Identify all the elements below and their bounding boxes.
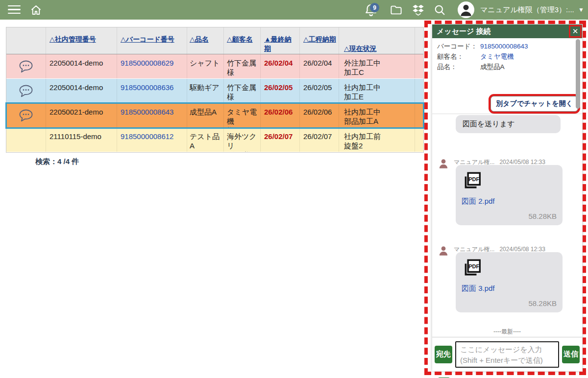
menu-icon[interactable] — [8, 5, 21, 14]
file-message-bubble: PDF 図面 2.pdf 58.28KB — [456, 165, 563, 225]
home-icon[interactable] — [29, 3, 43, 17]
barcode-link[interactable]: 9185000008629 — [121, 59, 173, 67]
empty-chat-cell — [6, 128, 46, 152]
sort-control-no[interactable]: △社内管理番号 — [49, 35, 96, 43]
status-cell: 外注加工中 加工C — [339, 54, 415, 78]
message-scroll-area[interactable]: 図面を送ります マニュアル権... 2024/05/08 12:33 PDF 図… — [432, 114, 582, 337]
work-items-table: △社内管理番号 △バーコード番号 △品名 △顧客名 ▲最終納期 △工程納期 △現… — [6, 27, 424, 153]
sort-customer[interactable]: △顧客名 — [227, 35, 253, 43]
sender-avatar-icon — [437, 157, 450, 170]
item-name-cell: シャフト — [187, 54, 223, 78]
barcode-link[interactable]: 9185000008643 — [121, 108, 173, 116]
chat-bubble-icon[interactable] — [18, 108, 34, 123]
final-due-cell: 26/02/04 — [260, 54, 299, 78]
svg-text:PDF: PDF — [468, 176, 479, 182]
pdf-file-icon: PDF — [462, 171, 482, 191]
notification-count-badge: 9 — [369, 2, 380, 13]
close-icon[interactable]: ✕ — [569, 25, 582, 38]
search-icon[interactable] — [433, 3, 446, 17]
customer-cell: 海外ツクリ ダス 様 — [223, 128, 260, 152]
chevron-down-icon[interactable]: ▼ — [578, 6, 584, 13]
sort-final-due[interactable]: ▲最終納期 — [264, 35, 292, 52]
extra-cell — [415, 128, 424, 152]
chat-column-header — [6, 27, 46, 54]
sender-name: マニュアル権... — [454, 246, 494, 253]
file-download-link[interactable]: 図面 2.pdf — [462, 197, 557, 206]
sender-name: マニュアル権... — [454, 159, 494, 165]
extra-cell — [415, 54, 424, 78]
svg-text:PDF: PDF — [468, 263, 479, 269]
open-chat-new-tab-button[interactable]: 別タブでチャットを開く — [490, 96, 578, 112]
message-panel-title: メッセージ 接続 — [437, 27, 491, 35]
extra-column-header — [415, 27, 424, 54]
item-name-cell: テスト品A — [187, 128, 223, 152]
customer-value: タミヤ電機 — [480, 51, 514, 62]
control-no-cell: 22050014-demo — [46, 54, 117, 78]
item-name-cell: 駆動ギア — [187, 79, 223, 103]
final-due-cell: 26/02/06 — [260, 103, 299, 127]
customer-cell: 竹下金属 様 — [223, 79, 260, 103]
file-size: 58.28KB — [528, 299, 557, 307]
user-avatar[interactable] — [458, 1, 474, 18]
final-due-cell: 26/02/07 — [260, 128, 299, 152]
search-result-count: 検索：4 /4 件 — [35, 157, 79, 166]
file-download-link[interactable]: 図面 3.pdf — [462, 284, 557, 293]
app-window: 9 マニュアル権限（管理3）:... ▼ △社内管理番号 △バーコード番号 △品… — [0, 0, 588, 378]
process-due-cell: 26/02/05 — [299, 79, 339, 103]
file-message-bubble: PDF 図面 3.pdf 58.28KB — [456, 252, 563, 312]
send-button[interactable]: 送信 — [562, 346, 580, 363]
user-role-label[interactable]: マニュアル権限（管理3）:... — [480, 5, 574, 15]
status-cell: 社内加工前 旋盤2 — [339, 128, 415, 152]
top-navbar: 9 マニュアル権限（管理3）:... ▼ — [0, 0, 588, 20]
item-info-block: バーコード： 9185000008643 顧客名： タミヤ電機 品名： 成型品A — [432, 40, 582, 73]
control-no-cell: 21110115-demo — [46, 128, 117, 152]
status-cell: 社内加工中 加工E — [339, 79, 415, 103]
barcode-value: 9185000008643 — [480, 41, 528, 51]
extra-cell — [415, 79, 424, 103]
sort-barcode[interactable]: △バーコード番号 — [121, 35, 174, 43]
latest-divider: ----最新---- — [432, 328, 582, 336]
barcode-link[interactable]: 9185000008636 — [121, 83, 173, 92]
item-value: 成型品A — [480, 62, 505, 72]
process-due-cell: 26/02/06 — [299, 103, 339, 127]
sort-item-name[interactable]: △品名 — [190, 35, 209, 43]
folder-icon[interactable] — [390, 3, 403, 17]
chat-message-text: 図面を送ります — [456, 115, 561, 133]
message-panel-header: メッセージ 接続 ✕ — [432, 24, 582, 38]
final-due-cell: 26/02/05 — [260, 79, 299, 103]
message-input[interactable] — [455, 341, 559, 368]
sender-avatar-icon — [437, 244, 450, 257]
process-due-cell: 26/02/07 — [299, 128, 339, 152]
control-no-cell: 22050014-demo — [46, 79, 117, 103]
message-compose-row: 宛先 送信 — [432, 337, 582, 371]
sort-current-status[interactable]: △現在状況 — [344, 45, 377, 52]
status-cell: 社内加工中 部品加工A — [339, 103, 415, 127]
barcode-label: バーコード： — [437, 41, 480, 51]
table-row[interactable]: 22050014-demo 9185000008636 駆動ギア 竹下金属 様 … — [6, 79, 423, 103]
customer-cell: タミヤ電機 様 — [223, 103, 260, 127]
table-row-selected[interactable]: 22050021-demo 9185000008643 成型品A タミヤ電機 様… — [6, 103, 423, 128]
recipient-button[interactable]: 宛先 — [435, 346, 452, 363]
table-row[interactable]: 21110115-demo 9185000008612 テスト品A 海外ツクリ … — [6, 128, 423, 152]
table-header-row: △社内管理番号 △バーコード番号 △品名 △顧客名 ▲最終納期 △工程納期 △現… — [6, 27, 423, 54]
process-due-cell: 26/02/04 — [299, 54, 339, 78]
item-label: 品名： — [437, 62, 480, 72]
file-size: 58.28KB — [528, 212, 557, 220]
chat-bubble-icon[interactable] — [18, 59, 34, 74]
table-row[interactable]: 22050014-demo 9185000008629 シャフト 竹下金属 様 … — [6, 54, 423, 79]
control-no-cell: 22050021-demo — [46, 103, 117, 127]
customer-label: 顧客名： — [437, 51, 480, 62]
sort-process-due[interactable]: △工程納期 — [303, 35, 336, 43]
extra-cell — [415, 103, 424, 127]
customer-cell: 竹下金属 様 — [223, 54, 260, 78]
message-timestamp: 2024/05/08 12:33 — [499, 246, 545, 253]
barcode-link[interactable]: 9185000008612 — [121, 132, 173, 141]
message-panel: メッセージ 接続 ✕ バーコード： 9185000008643 顧客名： タミヤ… — [432, 24, 582, 371]
item-name-cell: 成型品A — [187, 103, 223, 127]
panel-scrollbar-thumb[interactable] — [576, 39, 580, 109]
pdf-file-icon: PDF — [462, 258, 482, 279]
attachment-row: 他の個別品目にも投稿する — [432, 371, 582, 378]
dropbox-icon[interactable] — [412, 3, 425, 17]
message-timestamp: 2024/05/08 12:33 — [499, 159, 545, 165]
chat-bubble-icon[interactable] — [18, 84, 34, 98]
